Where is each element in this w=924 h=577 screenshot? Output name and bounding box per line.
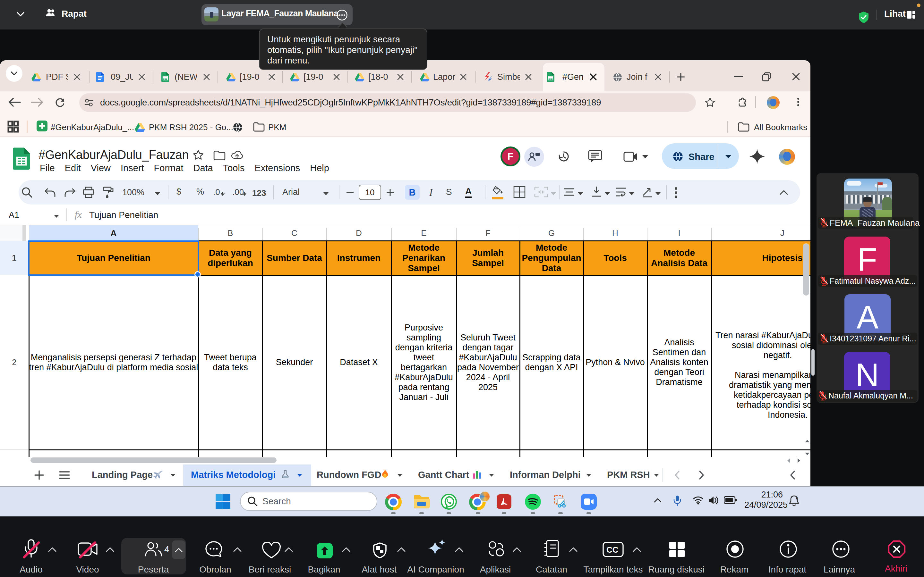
svg-text:CC: CC xyxy=(606,545,619,554)
svg-text:z: z xyxy=(796,496,798,500)
svg-text:.00: .00 xyxy=(232,189,244,197)
svg-text:.0: .0 xyxy=(213,189,220,197)
